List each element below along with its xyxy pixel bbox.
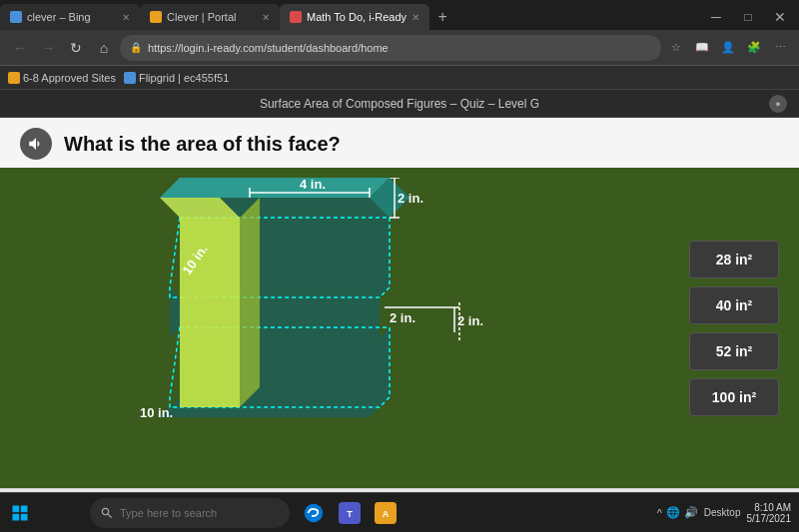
answer-button-3[interactable]: 52 in² xyxy=(689,332,779,370)
bookmark-flipgrid[interactable]: Flipgrid | ec455f51 xyxy=(124,72,229,84)
new-tab-button[interactable]: + xyxy=(429,4,455,30)
bookmark-icon-approved xyxy=(8,72,20,84)
clock-time: 8:10 AM xyxy=(754,502,791,513)
speaker-button[interactable] xyxy=(20,128,52,160)
question-header: What is the area of this face? xyxy=(0,118,799,168)
tab-icon-bing xyxy=(10,11,22,23)
svg-rect-19 xyxy=(13,513,20,520)
settings-icon[interactable]: ⋯ xyxy=(769,37,791,59)
reading-mode-icon[interactable]: 📖 xyxy=(691,37,713,59)
answer-button-2[interactable]: 40 in² xyxy=(689,286,779,324)
nav-bar: ← → ↻ ⌂ 🔒 https://login.i-ready.com/stud… xyxy=(0,30,799,66)
taskbar-chevron[interactable]: ^ xyxy=(657,507,662,519)
home-button[interactable]: ⌂ xyxy=(92,36,116,60)
desktop-label: Desktop xyxy=(704,507,741,518)
svg-rect-18 xyxy=(21,505,28,512)
back-button[interactable]: ← xyxy=(8,36,32,60)
tab-close-iready[interactable]: ✕ xyxy=(411,12,419,23)
bookmark-approved-sites[interactable]: 6-8 Approved Sites xyxy=(8,72,116,84)
clock-date: 5/17/2021 xyxy=(747,513,792,524)
tab-bar: clever – Bing ✕ Clever | Portal ✕ Math T… xyxy=(0,0,799,30)
close-button[interactable]: ✕ xyxy=(765,4,795,30)
forward-button[interactable]: → xyxy=(36,36,60,60)
svg-text:A: A xyxy=(383,508,390,518)
dim-notch-width: 2 in. xyxy=(390,310,415,325)
volume-icon[interactable]: 🔊 xyxy=(684,506,698,519)
answer-buttons: 28 in² 40 in² 52 in² 100 in² xyxy=(689,241,779,416)
taskbar-edge-icon[interactable] xyxy=(298,497,330,529)
tab-label-iready: Math To Do, i-Ready xyxy=(307,11,406,23)
tab-label-clever: Clever | Portal xyxy=(167,11,237,23)
bookmark-label-flipgrid: Flipgrid | ec455f51 xyxy=(139,72,229,84)
bookmark-icon-flipgrid xyxy=(124,72,136,84)
taskbar-right: ^ 🌐 🔊 Desktop 8:10 AM 5/17/2021 xyxy=(657,502,799,524)
page-title-dot: ● xyxy=(769,95,787,113)
dim-bottom-height: 10 in. xyxy=(140,405,173,420)
lock-icon: 🔒 xyxy=(130,42,142,53)
taskbar-teams-icon[interactable]: T xyxy=(334,497,366,529)
page-layout: clever – Bing ✕ Clever | Portal ✕ Math T… xyxy=(0,0,799,532)
bookmarks-bar: 6-8 Approved Sites Flipgrid | ec455f51 xyxy=(0,66,799,90)
answer-button-4[interactable]: 100 in² xyxy=(689,378,779,416)
sys-icons: ^ 🌐 🔊 xyxy=(657,506,698,519)
network-icon[interactable]: 🌐 xyxy=(666,506,680,519)
favorites-icon[interactable]: ☆ xyxy=(665,37,687,59)
answer-button-1[interactable]: 28 in² xyxy=(689,241,779,278)
figure-svg: 4 in. 2 in. 10 in. 2 in. 2 in. 10 in. xyxy=(30,178,529,467)
refresh-button[interactable]: ↻ xyxy=(64,36,88,60)
minimize-button[interactable]: ─ xyxy=(701,4,731,30)
taskbar-app-icon[interactable]: A xyxy=(370,497,401,529)
extensions-icon[interactable]: 🧩 xyxy=(743,37,765,59)
taskbar-search[interactable] xyxy=(90,498,290,528)
tab-bing[interactable]: clever – Bing ✕ xyxy=(0,4,140,30)
page-title: Surface Area of Composed Figures – Quiz … xyxy=(30,97,769,111)
tab-icon-clever xyxy=(150,11,162,23)
svg-rect-17 xyxy=(13,505,20,512)
dim-top-width: 4 in. xyxy=(300,178,326,192)
canvas-area: 4 in. 2 in. 10 in. 2 in. 2 in. 10 in. xyxy=(0,168,799,488)
svg-marker-7 xyxy=(240,198,260,407)
tab-label-bing: clever – Bing xyxy=(27,11,91,23)
time-display: 8:10 AM 5/17/2021 xyxy=(747,502,792,524)
dim-notch-height: 2 in. xyxy=(457,313,483,328)
profile-icon[interactable]: 👤 xyxy=(717,37,739,59)
content-section: Surface Area of Composed Figures – Quiz … xyxy=(0,90,799,532)
taskbar-icons: T A xyxy=(298,497,401,529)
taskbar: T A ^ 🌐 🔊 Desktop 8:10 AM 5/17/2021 xyxy=(0,492,799,532)
search-input[interactable] xyxy=(120,507,280,519)
svg-marker-1 xyxy=(160,178,390,198)
bookmark-label-approved: 6-8 Approved Sites xyxy=(23,72,116,84)
page-title-bar: Surface Area of Composed Figures – Quiz … xyxy=(0,90,799,118)
maximize-button[interactable]: □ xyxy=(733,4,763,30)
tab-clever[interactable]: Clever | Portal ✕ xyxy=(140,4,280,30)
svg-rect-20 xyxy=(21,513,28,520)
svg-point-21 xyxy=(305,503,323,521)
tab-icon-iready xyxy=(290,11,302,23)
browser-chrome: clever – Bing ✕ Clever | Portal ✕ Math T… xyxy=(0,0,799,90)
windows-button[interactable] xyxy=(0,493,40,533)
svg-text:T: T xyxy=(347,508,353,518)
question-text: What is the area of this face? xyxy=(64,133,341,156)
svg-marker-5 xyxy=(180,218,240,407)
address-text: https://login.i-ready.com/student/dashbo… xyxy=(148,42,389,54)
nav-icons: ☆ 📖 👤 🧩 ⋯ xyxy=(665,37,791,59)
tab-close-bing[interactable]: ✕ xyxy=(122,12,130,23)
search-icon xyxy=(100,506,114,520)
tab-iready[interactable]: Math To Do, i-Ready ✕ xyxy=(280,4,429,30)
address-bar[interactable]: 🔒 https://login.i-ready.com/student/dash… xyxy=(120,35,661,61)
dim-top-height: 2 in. xyxy=(398,191,423,206)
tab-close-clever[interactable]: ✕ xyxy=(262,12,270,23)
